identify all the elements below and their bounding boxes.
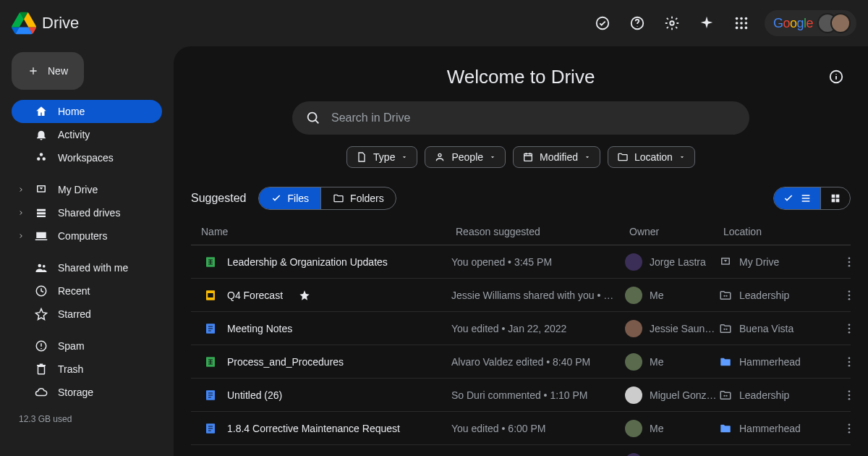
expand-chevron-icon[interactable] — [17, 186, 25, 193]
more-actions-button[interactable] — [835, 289, 864, 302]
owner-avatar — [625, 420, 642, 437]
table-row[interactable]: Untitled (26) So Duri commented • 1:10 P… — [191, 379, 851, 412]
account-switcher[interactable]: Google — [765, 10, 856, 36]
slides-file-icon — [204, 289, 217, 302]
table-row[interactable]: Weekly Forecast (9) Christian Schwarz me… — [191, 445, 851, 456]
location-name: Leadership — [739, 290, 789, 301]
gemini-sparkle-icon[interactable] — [692, 9, 721, 38]
owner-name: Me — [650, 356, 663, 368]
apps-grid-icon[interactable] — [727, 9, 756, 38]
sidebar-item-shared-with-me[interactable]: Shared with me — [12, 256, 162, 279]
col-location[interactable]: Location — [723, 226, 839, 237]
table-row[interactable]: Q4 Forecast Jessie Williams shared with … — [191, 279, 851, 312]
search-bar[interactable] — [292, 101, 749, 135]
location-cell[interactable]: Leadership — [719, 389, 835, 402]
more-actions-button[interactable] — [835, 322, 864, 335]
table-row[interactable]: Meeting Notes You edited • Jan 22, 2022 … — [191, 312, 851, 345]
sidebar-item-starred[interactable]: Starred — [12, 303, 162, 326]
search-input[interactable] — [331, 111, 736, 124]
avatar-stack — [817, 13, 851, 33]
folder-icon — [617, 151, 629, 163]
sidebar-item-my-drive[interactable]: My Drive — [12, 178, 162, 201]
col-name[interactable]: Name — [195, 226, 456, 237]
location-name: Leadership — [739, 389, 789, 401]
storage-usage-text: 12.3 GB used — [12, 414, 162, 424]
search-icon — [305, 110, 321, 126]
owner-avatar — [625, 287, 642, 304]
location-icon — [719, 422, 732, 435]
filter-chip-type[interactable]: Type — [346, 146, 417, 168]
sidebar-item-label: Shared drives — [58, 207, 120, 219]
new-button-label: New — [48, 65, 68, 77]
sidebar-item-label: My Drive — [58, 184, 98, 195]
new-button[interactable]: New — [12, 52, 84, 90]
location-cell[interactable]: Hammerhead — [719, 355, 835, 368]
docs-file-icon — [204, 322, 217, 335]
owner-name: Me — [650, 290, 663, 301]
view-list[interactable] — [774, 187, 820, 209]
filter-chip-people[interactable]: People — [425, 146, 506, 168]
table-row[interactable]: Leadership & Organization Updates You op… — [191, 245, 851, 279]
sidebar-item-spam[interactable]: Spam — [12, 334, 162, 358]
chevron-down-icon — [584, 153, 591, 161]
owner-cell: Jorge Lastra — [625, 453, 719, 457]
chevron-down-icon — [489, 153, 496, 161]
app-name: Drive — [42, 14, 79, 33]
location-icon — [719, 289, 732, 302]
segment-files[interactable]: Files — [259, 187, 321, 209]
table-row[interactable]: 1.8.4 Corrective Maintenance Request You… — [191, 412, 851, 445]
owner-cell: Jorge Lastra — [625, 253, 719, 271]
bell-icon — [35, 128, 48, 141]
location-cell[interactable]: Buena Vista — [719, 322, 835, 335]
sidebar-item-label: Home — [58, 106, 85, 117]
sidebar-item-storage[interactable]: Storage — [12, 381, 162, 404]
sidebar-item-computers[interactable]: Computers — [12, 224, 162, 248]
table-row[interactable]: Process_and_Procedures Alvaro Valdez edi… — [191, 345, 851, 379]
drive-logo-icon — [12, 11, 36, 35]
more-actions-button[interactable] — [835, 389, 864, 402]
chip-label: Location — [634, 151, 673, 163]
file-name: Q4 Forecast — [227, 290, 283, 301]
settings-gear-icon[interactable] — [658, 9, 686, 38]
sidebar-item-shared-drives[interactable]: Shared drives — [12, 201, 162, 224]
more-actions-button[interactable] — [835, 256, 864, 269]
segment-folders[interactable]: Folders — [320, 187, 396, 209]
location-name: My Drive — [739, 256, 779, 268]
logo-area[interactable]: Drive — [12, 11, 79, 35]
expand-chevron-icon[interactable] — [17, 209, 25, 216]
location-cell[interactable]: My Drive — [719, 256, 835, 269]
offline-ready-icon[interactable] — [588, 9, 617, 38]
filter-chip-location[interactable]: Location — [608, 146, 695, 168]
person-icon — [434, 151, 446, 163]
details-info-icon[interactable] — [822, 62, 851, 91]
cloud-icon — [35, 386, 48, 399]
shared-drives-icon — [35, 206, 48, 219]
calendar-icon — [522, 151, 534, 163]
sidebar-item-trash[interactable]: Trash — [12, 358, 162, 381]
reason-text: You opened • 3:45 PM — [451, 256, 625, 268]
sidebar-item-label: Trash — [58, 363, 83, 375]
owner-avatar — [625, 253, 642, 271]
folder-icon — [333, 193, 344, 204]
help-icon[interactable] — [623, 9, 652, 38]
owner-avatar — [625, 320, 642, 337]
expand-chevron-icon[interactable] — [17, 232, 25, 240]
sidebar-item-home[interactable]: Home — [12, 100, 162, 123]
sheets-file-icon — [204, 256, 217, 269]
sidebar-item-label: Shared with me — [58, 262, 128, 274]
sidebar-item-workspaces[interactable]: Workspaces — [12, 146, 162, 169]
reason-text: Alvaro Valdez edited • 8:40 PM — [451, 356, 625, 368]
view-grid[interactable] — [820, 187, 850, 209]
sidebar-item-activity[interactable]: Activity — [12, 123, 162, 146]
more-actions-button[interactable] — [835, 355, 864, 368]
col-owner[interactable]: Owner — [629, 226, 723, 237]
more-actions-button[interactable] — [835, 422, 864, 435]
docs-file-icon — [204, 389, 217, 402]
col-reason[interactable]: Reason suggested — [456, 226, 629, 237]
filter-chip-modified[interactable]: Modified — [513, 146, 600, 168]
sidebar-item-recent[interactable]: Recent — [12, 279, 162, 303]
location-cell[interactable]: Leadership — [719, 289, 835, 302]
location-cell[interactable]: Hammerhead — [719, 422, 835, 435]
grid-icon — [830, 193, 841, 204]
chip-label: Type — [373, 151, 395, 163]
